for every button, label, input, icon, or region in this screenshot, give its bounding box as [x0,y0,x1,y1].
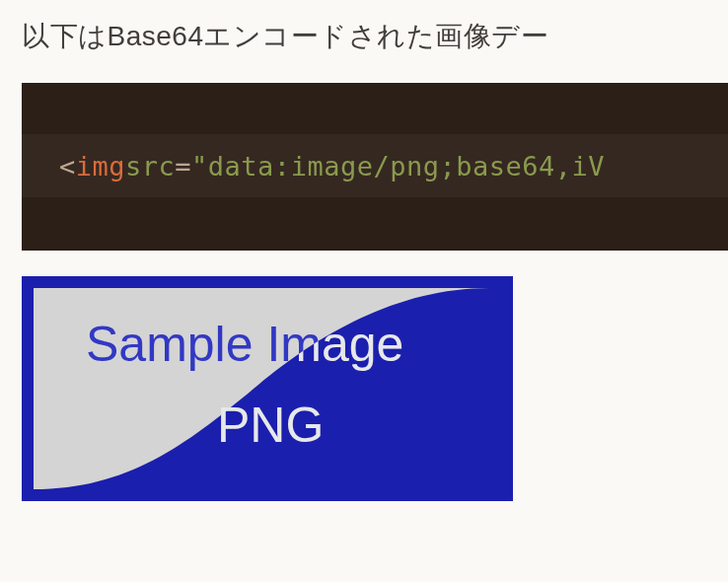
code-line: <img src="data:image/png;base64,iV [22,134,605,197]
code-token-tag: img [76,151,125,182]
sample-image-container: Sample Image Sample Image PNG [22,276,513,501]
sample-image-text-line2: PNG [217,398,324,453]
code-token-punct-open: < [59,151,76,182]
sample-image: Sample Image Sample Image PNG [22,276,513,501]
intro-text: 以下はBase64エンコードされた画像デー [22,18,728,55]
code-token-string: "data:image/png;base64,iV [191,151,605,182]
code-token-attr: src [125,151,175,182]
code-block: <img src="data:image/png;base64,iV [22,83,728,251]
code-token-eq: = [175,151,191,182]
